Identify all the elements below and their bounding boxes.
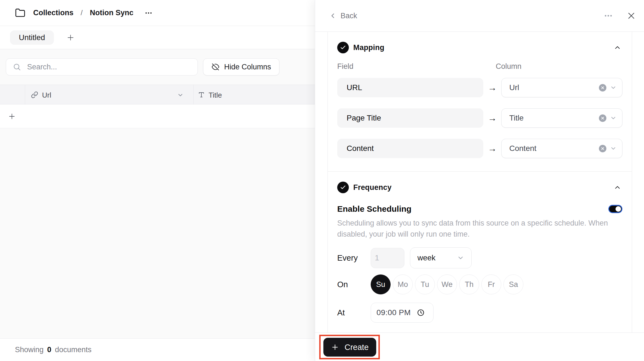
chevron-up-icon[interactable] [614, 44, 621, 51]
chevron-down-icon[interactable] [610, 145, 617, 152]
type-icon [198, 91, 205, 98]
config-card: Mapping Field Column URL → Url [328, 32, 632, 333]
day-saturday[interactable]: Sa [503, 274, 523, 294]
unit-select[interactable]: week [410, 247, 472, 268]
frequency-section-header[interactable]: Frequency [337, 182, 622, 193]
day-wednesday[interactable]: We [437, 274, 457, 294]
chevron-down-icon[interactable] [177, 92, 184, 98]
folder-icon [15, 8, 25, 18]
plus-icon [331, 343, 339, 351]
back-label: Back [341, 12, 357, 20]
every-row: Every week [337, 247, 622, 268]
column-select-content[interactable]: Content [501, 139, 622, 158]
field-pill-url: URL [337, 78, 483, 97]
column-header-url[interactable]: Url [42, 91, 51, 100]
on-days-row: On Su Mo Tu We Th Fr Sa [337, 274, 622, 294]
frequency-section-title: Frequency [353, 183, 391, 192]
column-header-title[interactable]: Title [209, 91, 222, 100]
mapping-section-title: Mapping [353, 43, 384, 52]
mapping-row-page-title: Page Title → Title [337, 108, 622, 128]
arrow-right-icon: → [483, 78, 501, 97]
mapping-section-header[interactable]: Mapping [337, 42, 622, 53]
check-icon [337, 42, 349, 53]
chevron-up-icon[interactable] [614, 184, 621, 191]
day-selector: Su Mo Tu We Th Fr Sa [371, 274, 523, 294]
config-side-panel: Back Mapping Field Column [315, 0, 644, 361]
every-label: Every [337, 253, 371, 263]
panel-more-dots-icon[interactable] [604, 11, 613, 20]
footer-prefix: Showing [15, 346, 44, 354]
field-pill-content: Content [337, 139, 483, 158]
field-pill-page-title: Page Title [337, 108, 483, 128]
unit-value: week [417, 253, 435, 262]
column-select-url[interactable]: Url [501, 78, 622, 97]
search-input[interactable] [27, 63, 182, 71]
day-monday[interactable]: Mo [393, 274, 413, 294]
mapping-row-url: URL → Url [337, 78, 622, 97]
chevron-down-icon[interactable] [610, 84, 617, 91]
chevron-down-icon[interactable] [610, 115, 617, 121]
arrow-right-icon: → [483, 139, 501, 158]
hide-eye-icon [211, 63, 220, 71]
enable-scheduling-label: Enable Scheduling [337, 204, 411, 214]
chevron-left-icon [329, 12, 337, 20]
time-value: 09:00 PM [376, 308, 411, 317]
chevron-down-icon [457, 254, 464, 261]
breadcrumb-separator: / [81, 9, 83, 17]
scheduling-description: Scheduling allows you to sync data from … [337, 218, 618, 240]
breadcrumb-current-notion-sync: Notion Sync [90, 9, 134, 17]
add-row-plus-icon[interactable] [8, 112, 16, 121]
scheduling-toggle[interactable] [608, 205, 622, 213]
close-icon[interactable] [627, 11, 636, 20]
column-header-label: Column [496, 62, 622, 71]
panel-footer: Create [315, 333, 644, 361]
column-divider [25, 85, 25, 104]
toggle-knob [616, 206, 621, 212]
column-select-title[interactable]: Title [501, 108, 622, 128]
create-button-label: Create [344, 343, 368, 352]
document-count: 0 [47, 346, 51, 354]
at-time-row: At 09:00 PM [337, 303, 622, 323]
day-sunday[interactable]: Su [371, 274, 391, 294]
mapping-column-headers: Field Column [337, 62, 622, 71]
clear-x-circle-icon[interactable] [599, 145, 606, 152]
panel-header: Back [315, 0, 644, 32]
mapping-row-content: Content → Content [337, 139, 622, 158]
arrow-right-icon: → [483, 108, 501, 128]
add-tab-plus-icon[interactable] [66, 33, 75, 42]
day-friday[interactable]: Fr [481, 274, 501, 294]
hide-columns-button[interactable]: Hide Columns [203, 58, 279, 75]
day-tuesday[interactable]: Tu [415, 274, 435, 294]
clock-icon [417, 309, 425, 316]
section-divider [328, 171, 632, 172]
tab-untitled[interactable]: Untitled [10, 30, 54, 45]
search-icon [13, 63, 21, 71]
clear-x-circle-icon[interactable] [599, 84, 606, 91]
interval-input[interactable] [371, 248, 404, 268]
time-input[interactable]: 09:00 PM [371, 303, 433, 323]
footer-suffix: documents [55, 346, 92, 354]
link-icon [31, 91, 38, 98]
search-box[interactable] [6, 58, 198, 75]
breadcrumb-collections[interactable]: Collections [33, 9, 74, 17]
create-button[interactable]: Create [323, 338, 376, 357]
clear-x-circle-icon[interactable] [599, 114, 606, 122]
breadcrumb-more-dots-icon[interactable] [144, 9, 153, 17]
back-button[interactable]: Back [329, 12, 357, 20]
on-label: On [337, 280, 371, 289]
hide-columns-label: Hide Columns [224, 63, 271, 71]
enable-scheduling-row: Enable Scheduling [337, 204, 622, 214]
at-label: At [337, 308, 371, 317]
day-thursday[interactable]: Th [459, 274, 479, 294]
panel-scroll-area[interactable]: Mapping Field Column URL → Url [315, 32, 644, 333]
check-icon [337, 182, 349, 193]
field-header-label: Field [337, 62, 483, 71]
column-divider [193, 85, 194, 104]
